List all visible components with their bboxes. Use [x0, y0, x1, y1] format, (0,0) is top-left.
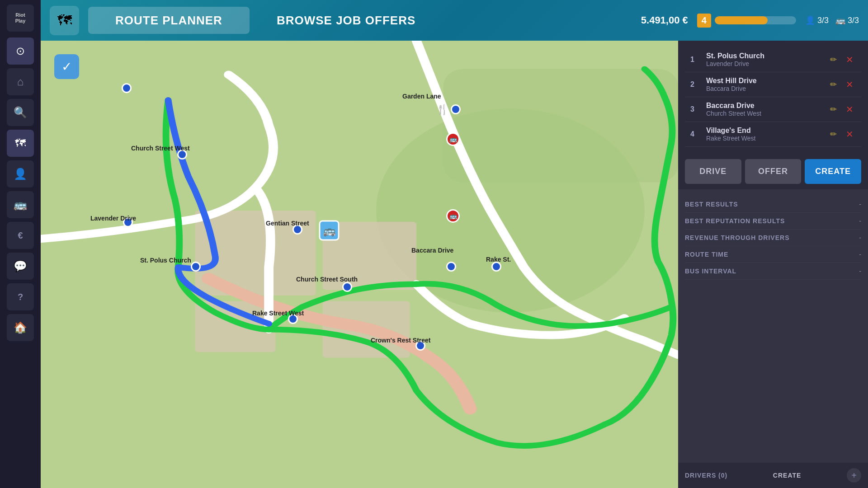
stat-row-route-time: ROUTE TIME -	[685, 246, 861, 263]
main-content: 🗺 ROUTE PLANNER BROWSE JOB OFFERS 5.491,…	[41, 0, 868, 488]
red-stop-1: 🚌	[446, 132, 460, 146]
route-line2-1: Lavender Drive	[706, 60, 820, 67]
route-info-3: Baccara Drive Church Street West	[706, 102, 820, 117]
driver-icon: 👤	[805, 15, 815, 25]
route-line1-4: Village's End	[706, 127, 820, 135]
stat-label-best-results: BEST RESULTS	[685, 201, 738, 208]
stop-dot-crowns-rest-street[interactable]	[415, 341, 425, 351]
route-line1-2: West Hill Drive	[706, 77, 820, 85]
app-logo: RiotPlay	[7, 5, 34, 32]
xp-bar-container: 4	[697, 14, 796, 28]
right-panel: 1 St. Polus Church Lavender Drive ✏ ✕ 2 …	[678, 41, 868, 488]
route-line2-4: Rake Street West	[706, 135, 820, 142]
drivers-section: DRIVERS (0) CREATE +	[678, 463, 868, 488]
stop-dot-lavender-drive[interactable]	[123, 217, 133, 227]
drivers-create-label[interactable]: CREATE	[773, 472, 802, 479]
route-item-4: 4 Village's End Rake Street West ✏ ✕	[685, 122, 861, 147]
route-info-2: West Hill Drive Baccara Drive	[706, 77, 820, 92]
stat-row-best-reputation: BEST REPUTATION RESULTS -	[685, 213, 861, 230]
route-item-2: 2 West Hill Drive Baccara Drive ✏ ✕	[685, 72, 861, 97]
buses-count: 3/3	[848, 16, 859, 25]
compass-btn[interactable]: ⊙	[7, 38, 34, 65]
drivers-label: DRIVERS (0)	[685, 472, 727, 479]
route-actions-4: ✏ ✕	[827, 128, 856, 141]
xp-bar-fill	[715, 16, 768, 24]
stat-value-revenue: -	[859, 234, 861, 241]
route-actions-2: ✏ ✕	[827, 78, 856, 91]
topbar-tabs: ROUTE PLANNER BROWSE JOB OFFERS	[88, 0, 641, 41]
edit-btn-4[interactable]: ✏	[827, 128, 840, 141]
help-btn[interactable]: ?	[7, 283, 34, 310]
route-info-4: Village's End Rake Street West	[706, 127, 820, 142]
driver-btn[interactable]: 👤	[7, 160, 34, 188]
drivers-stat: 👤 3/3	[805, 15, 829, 25]
xp-progress-bar	[715, 16, 796, 24]
stat-label-best-reputation: BEST REPUTATION RESULTS	[685, 217, 785, 225]
stop-dot-rake-street-west[interactable]	[288, 314, 298, 324]
delete-btn-1[interactable]: ✕	[843, 53, 856, 66]
map-checkbox-btn[interactable]: ✓	[54, 54, 79, 79]
stop-dot-church-street-south[interactable]	[342, 282, 352, 292]
money-display: 5.491,00 €	[641, 14, 688, 26]
stat-label-bus-interval: BUS INTERVAL	[685, 267, 736, 275]
edit-btn-1[interactable]: ✏	[827, 53, 840, 66]
stat-row-best-results: BEST RESULTS -	[685, 196, 861, 213]
stat-label-revenue: REVENUE THROUGH DRIVERS	[685, 234, 789, 241]
map-btn[interactable]: 🗺	[7, 130, 34, 157]
stat-row-revenue: REVENUE THROUGH DRIVERS -	[685, 230, 861, 246]
home-btn[interactable]: ⌂	[7, 68, 34, 95]
route-line1-3: Baccara Drive	[706, 102, 820, 110]
buses-stat: 🚌 3/3	[835, 15, 859, 25]
topbar-right: 5.491,00 € 4 👤 3/3 🚌 3/3	[641, 14, 859, 28]
offer-button[interactable]: OFFER	[745, 159, 802, 184]
stat-label-route-time: ROUTE TIME	[685, 251, 728, 258]
delete-btn-3[interactable]: ✕	[843, 103, 856, 116]
route-info-1: St. Polus Church Lavender Drive	[706, 52, 820, 67]
add-driver-button[interactable]: +	[847, 468, 861, 483]
stop-dot-church-street-west[interactable]	[177, 150, 187, 160]
xp-level: 4	[697, 14, 711, 28]
edit-btn-3[interactable]: ✏	[827, 103, 840, 116]
tab-route-planner[interactable]: ROUTE PLANNER	[88, 7, 250, 34]
stat-value-best-reputation: -	[859, 217, 861, 225]
delete-btn-2[interactable]: ✕	[843, 78, 856, 91]
stats-section: BEST RESULTS - BEST REPUTATION RESULTS -…	[678, 189, 868, 463]
route-number-3: 3	[690, 105, 699, 113]
route-line2-2: Baccara Drive	[706, 85, 820, 92]
route-line2-3: Church Street West	[706, 110, 820, 117]
stop-dot-st-polus-church[interactable]	[191, 262, 201, 272]
stop-dot-baccara-drive[interactable]	[446, 262, 456, 272]
bus-btn[interactable]: 🚌	[7, 191, 34, 218]
drivers-count: 3/3	[817, 16, 829, 25]
route-line1-1: St. Polus Church	[706, 52, 820, 60]
red-stop-2: 🚌	[446, 209, 460, 223]
edit-btn-2[interactable]: ✏	[827, 78, 840, 91]
route-list: 1 St. Polus Church Lavender Drive ✏ ✕ 2 …	[678, 41, 868, 154]
topbar: 🗺 ROUTE PLANNER BROWSE JOB OFFERS 5.491,…	[41, 0, 868, 41]
stat-row-bus-interval: BUS INTERVAL -	[685, 263, 861, 280]
topbar-stats: 👤 3/3 🚌 3/3	[805, 15, 859, 25]
delete-btn-4[interactable]: ✕	[843, 128, 856, 141]
stop-dot-rake-st[interactable]	[491, 262, 501, 272]
route-item-3: 3 Baccara Drive Church Street West ✏ ✕	[685, 97, 861, 122]
bus-icon-map: 🚌	[319, 221, 340, 241]
money-btn[interactable]: €	[7, 222, 34, 249]
chat-btn[interactable]: 💬	[7, 253, 34, 280]
sidebar: RiotPlay ⊙ ⌂ 🔍 🗺 👤 🚌 € 💬 ? 🏠	[0, 0, 41, 488]
tab-browse-job-offers[interactable]: BROWSE JOB OFFERS	[250, 7, 443, 34]
stat-value-route-time: -	[859, 251, 861, 258]
stop-dot-garden-lane[interactable]	[451, 104, 461, 114]
map-area[interactable]: ✓ Lavender Drive Church Street West St. …	[41, 41, 678, 488]
create-button[interactable]: CREATE	[805, 159, 861, 184]
drive-button[interactable]: DRIVE	[685, 159, 741, 184]
route-actions-1: ✏ ✕	[827, 53, 856, 66]
search-btn[interactable]: 🔍	[7, 99, 34, 126]
route-number-4: 4	[690, 130, 699, 138]
stop-dot-top-left	[122, 83, 132, 93]
buildings-btn[interactable]: 🏠	[7, 314, 34, 341]
action-buttons: DRIVE OFFER CREATE	[678, 154, 868, 189]
map-svg	[41, 41, 678, 488]
content-area: ✓ Lavender Drive Church Street West St. …	[41, 41, 868, 488]
stop-dot-gentian-street[interactable]	[292, 225, 302, 235]
route-number-2: 2	[690, 80, 699, 89]
